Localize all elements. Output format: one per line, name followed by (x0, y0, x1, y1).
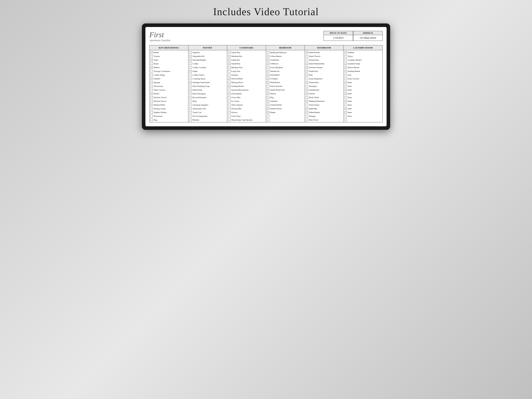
checkbox[interactable] (150, 63, 153, 65)
checkbox[interactable] (306, 85, 308, 88)
checkbox[interactable] (344, 119, 347, 121)
checkbox[interactable] (344, 85, 347, 88)
checkbox[interactable] (150, 111, 153, 114)
list-item[interactable]: Coffee Filters (188, 73, 227, 77)
checkbox[interactable] (228, 111, 231, 114)
list-item[interactable]: Large Pan (227, 69, 266, 73)
list-item[interactable]: ✓Comforter (266, 58, 305, 62)
checkbox[interactable]: ✓ (267, 100, 269, 102)
list-item[interactable]: Silverware (150, 84, 188, 88)
checkbox[interactable]: ✓ (306, 74, 308, 76)
checkbox[interactable]: ✓ (150, 77, 153, 80)
list-item[interactable]: ✓Item (344, 81, 382, 84)
list-item[interactable]: Body Wash (305, 95, 343, 99)
list-item[interactable]: ✓Conditioner (305, 88, 343, 92)
checkbox[interactable] (228, 115, 231, 117)
checkbox[interactable]: ✓ (306, 111, 308, 114)
checkbox[interactable]: ✓ (228, 55, 231, 57)
list-item[interactable]: Hand Towels (305, 54, 343, 58)
list-item[interactable]: ✓Lotion (305, 92, 343, 95)
list-item[interactable]: Item (344, 84, 382, 88)
list-item[interactable]: Item (344, 95, 382, 99)
checkbox[interactable]: ✓ (267, 55, 269, 57)
list-item[interactable]: Wine Glasses (150, 88, 188, 92)
checkbox[interactable] (306, 115, 308, 117)
checkbox[interactable] (228, 74, 231, 76)
list-item[interactable]: Item (344, 114, 382, 118)
checkbox[interactable] (306, 96, 308, 99)
list-item[interactable] (266, 118, 305, 122)
list-item[interactable]: Small Pan (227, 51, 266, 54)
checkbox[interactable]: ✓ (267, 70, 269, 72)
checkbox[interactable] (150, 107, 153, 110)
checkbox[interactable] (189, 51, 192, 54)
checkbox[interactable]: ✓ (267, 63, 269, 65)
list-item[interactable]: Shampoo (305, 84, 343, 88)
checkbox[interactable]: ✓ (344, 81, 347, 84)
checkbox[interactable] (228, 51, 231, 54)
checkbox[interactable] (189, 115, 192, 117)
checkbox[interactable] (228, 70, 231, 72)
checkbox[interactable]: ✓ (344, 51, 347, 54)
checkbox[interactable] (344, 55, 347, 57)
list-item[interactable]: Blender (188, 118, 227, 122)
checkbox[interactable]: ✓ (306, 70, 308, 72)
list-item[interactable]: ✓Pyrex Dishes (227, 77, 266, 81)
list-item[interactable]: ✓Garbage Can Liners (188, 81, 227, 84)
list-item[interactable]: Kitchen Decor (150, 99, 188, 103)
checkbox[interactable] (267, 119, 269, 121)
list-item[interactable]: Hair Dryer (305, 118, 343, 122)
checkbox[interactable] (228, 104, 231, 106)
list-item[interactable]: ✓Dining Table (150, 103, 188, 107)
checkbox[interactable] (228, 119, 231, 121)
checkbox[interactable] (189, 104, 192, 106)
list-item[interactable]: ✓Washer (344, 51, 382, 54)
checkbox[interactable] (228, 107, 231, 110)
list-item[interactable]: Fire Extinguisher (188, 114, 227, 118)
list-item[interactable]: ✓Curtains (266, 99, 305, 103)
checkbox[interactable]: ✓ (189, 70, 192, 72)
list-item[interactable]: Ice Trays (227, 99, 266, 103)
list-item[interactable]: ✓Makeup Remover (305, 99, 343, 103)
list-item[interactable]: Extra Towels (344, 77, 382, 81)
list-item[interactable]: ✓Vegetable Oil (188, 54, 227, 58)
list-item[interactable]: Dish Detergent (188, 92, 227, 95)
list-item[interactable]: Oven Mits (227, 95, 266, 99)
list-item[interactable]: Knick Knacks (266, 84, 305, 88)
checkbox[interactable] (344, 104, 347, 106)
list-item[interactable]: Trash Can (188, 111, 227, 114)
checkbox[interactable] (150, 89, 153, 91)
list-item[interactable]: ✓Bowls (150, 92, 188, 95)
checkbox[interactable] (344, 96, 347, 99)
checkbox[interactable] (150, 96, 153, 99)
list-item[interactable]: Oven Pans (227, 114, 266, 118)
checkbox[interactable]: ✓ (228, 92, 231, 95)
list-item[interactable]: ✓Bath Towels (305, 51, 343, 54)
checkbox[interactable] (344, 115, 347, 117)
checkbox[interactable] (306, 55, 308, 57)
checkbox[interactable] (228, 66, 231, 69)
list-item[interactable]: Toilet Paper (305, 103, 343, 107)
checkbox[interactable]: ✓ (267, 59, 269, 61)
list-item[interactable]: ✓Shower Curtain (305, 66, 343, 69)
list-item[interactable]: ✓Small Pan (227, 62, 266, 66)
list-item[interactable]: ✓Sugar (188, 69, 227, 73)
checkbox[interactable]: ✓ (344, 70, 347, 72)
list-item[interactable]: Bedframe/Mattress (266, 51, 305, 54)
list-item[interactable]: Mixing Bowl (227, 81, 266, 84)
checkbox[interactable] (150, 100, 153, 102)
list-item[interactable]: Soap Dispenser (305, 77, 343, 81)
checkbox[interactable] (150, 115, 153, 117)
list-item[interactable]: ✓Cutting Board (227, 84, 266, 88)
list-item[interactable]: ✓Item (344, 88, 382, 92)
list-item[interactable]: Drying Mat (227, 107, 266, 111)
checkbox[interactable] (150, 70, 153, 72)
list-item[interactable]: ✓Wall Decor (266, 81, 305, 84)
list-item[interactable]: ✓Ironing Board (344, 69, 382, 73)
list-item[interactable]: Strainer (227, 73, 266, 77)
checkbox[interactable]: ✓ (267, 89, 269, 91)
list-item[interactable]: Cleaning Supplies (188, 103, 227, 107)
checkbox[interactable]: ✓ (267, 74, 269, 76)
list-item[interactable]: Coffee Creamer (188, 66, 227, 69)
checkbox[interactable] (189, 107, 192, 110)
